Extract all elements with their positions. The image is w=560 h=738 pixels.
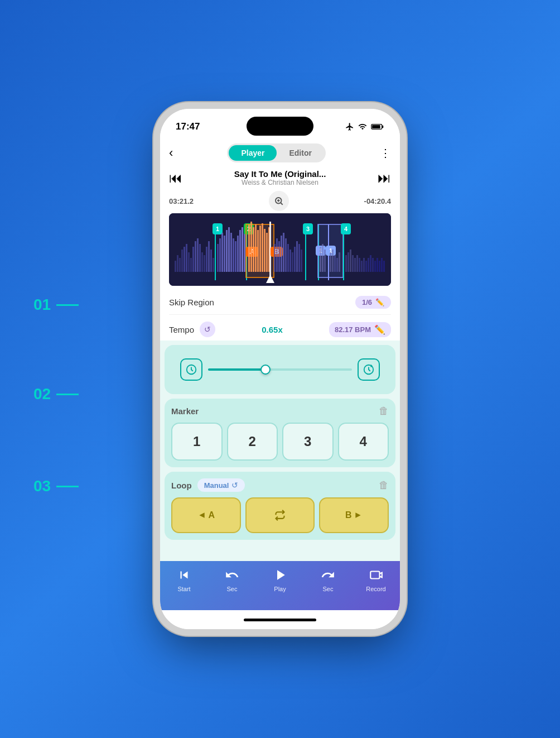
svg-rect-69 xyxy=(289,250,291,272)
start-icon-svg xyxy=(177,568,191,582)
svg-rect-109 xyxy=(374,261,376,272)
play-tab[interactable]: Play xyxy=(256,567,304,592)
back-button[interactable]: ‹ xyxy=(169,146,173,160)
tempo-label: Tempo xyxy=(169,325,194,334)
svg-rect-38 xyxy=(237,236,239,272)
next-track-button[interactable]: ⏭ xyxy=(378,170,391,186)
svg-text:1: 1 xyxy=(216,226,219,232)
svg-rect-19 xyxy=(199,244,201,272)
prev-track-button[interactable]: ⏮ xyxy=(169,170,182,186)
zoom-icon xyxy=(274,196,284,206)
waveform-svg: 1 xyxy=(169,213,391,286)
marker-button-3[interactable]: 3 xyxy=(282,423,334,461)
waveform-section: 03:21.2 -04:20.4 xyxy=(160,191,400,290)
svg-rect-62 xyxy=(274,244,276,272)
scroll-bottom-padding xyxy=(160,544,400,551)
svg-rect-20 xyxy=(201,252,203,272)
svg-rect-8 xyxy=(175,261,176,272)
clock-right-icon xyxy=(363,363,375,376)
record-icon-svg xyxy=(369,568,383,582)
app-content: ‹ Player Editor ⋮ ⏮ Say It To Me (Origin… xyxy=(160,139,400,629)
start-tab[interactable]: Start xyxy=(160,567,208,592)
home-indicator xyxy=(160,610,400,629)
bottom-bar: Start Sec Play xyxy=(160,561,400,610)
svg-rect-21 xyxy=(204,255,205,272)
loop-mode-icon: ↺ xyxy=(231,481,238,490)
svg-rect-71 xyxy=(294,247,296,272)
loop-grid: A B xyxy=(171,497,389,533)
tempo-slider-thumb[interactable] xyxy=(260,365,271,375)
svg-rect-9 xyxy=(177,255,178,272)
time-current: 03:21.2 xyxy=(169,197,194,205)
skip-region-badge[interactable]: 1/6 ✏️ xyxy=(355,296,391,309)
svg-rect-11 xyxy=(181,250,183,272)
tab-editor[interactable]: Editor xyxy=(277,145,324,161)
tempo-slider-right-icon xyxy=(358,358,380,381)
start-icon xyxy=(176,567,192,583)
scroll-area[interactable]: Marker 🗑 1 2 3 4 Loop Manual xyxy=(160,341,400,561)
svg-rect-54 xyxy=(262,223,263,272)
skip-region-edit-icon: ✏️ xyxy=(375,298,384,306)
side-label-01: 01 xyxy=(33,296,79,314)
svg-rect-50 xyxy=(253,227,254,272)
fwd-sec-icon-svg xyxy=(321,568,335,582)
svg-rect-99 xyxy=(352,255,354,272)
fwd-sec-tab[interactable]: Sec xyxy=(304,567,352,592)
play-icon-svg xyxy=(272,567,288,583)
loop-a-button[interactable]: A xyxy=(171,497,241,533)
tempo-history-button[interactable]: ↺ xyxy=(200,322,215,337)
svg-rect-1 xyxy=(372,125,380,128)
home-bar xyxy=(244,619,316,621)
record-label: Record xyxy=(366,586,385,592)
bpm-value: 82.17 BPM xyxy=(335,325,371,334)
svg-rect-14 xyxy=(188,252,190,272)
track-info: ⏮ Say It To Me (Original... Weiss & Chri… xyxy=(160,167,400,191)
svg-line-4 xyxy=(281,203,282,204)
svg-rect-25 xyxy=(213,258,214,272)
svg-rect-86 xyxy=(322,244,324,272)
svg-rect-32 xyxy=(224,236,225,272)
battery-icon xyxy=(371,123,384,131)
fwd-sec-icon xyxy=(320,567,336,583)
marker-button-2[interactable]: 2 xyxy=(227,423,278,461)
svg-rect-55 xyxy=(264,229,265,272)
marker-button-4[interactable]: 4 xyxy=(338,423,389,461)
loop-title: Loop xyxy=(171,481,192,490)
loop-b-label: B xyxy=(345,510,352,520)
tempo-slider-inner xyxy=(171,352,389,387)
skip-region-label: Skip Region xyxy=(169,298,214,307)
loop-toggle-button[interactable] xyxy=(245,497,315,533)
tab-player[interactable]: Player xyxy=(229,145,277,161)
svg-rect-30 xyxy=(219,238,221,272)
loop-a-label: A xyxy=(209,510,215,520)
svg-rect-110 xyxy=(376,258,378,272)
loop-mode-badge[interactable]: Manual ↺ xyxy=(197,478,245,492)
marker-button-1[interactable]: 1 xyxy=(171,423,223,461)
zoom-button[interactable] xyxy=(269,191,289,211)
tempo-slider-left-icon xyxy=(180,358,202,381)
bpm-badge[interactable]: 82.17 BPM ✏️ xyxy=(329,322,391,337)
loop-section-card: Loop Manual ↺ 🗑 A xyxy=(165,472,395,540)
svg-rect-90 xyxy=(334,255,336,272)
loop-b-button[interactable]: B xyxy=(319,497,389,533)
svg-rect-104 xyxy=(363,258,365,272)
record-icon xyxy=(368,567,384,583)
more-button[interactable]: ⋮ xyxy=(380,146,391,160)
back-sec-label: Sec xyxy=(227,586,238,592)
svg-rect-17 xyxy=(195,241,196,272)
loop-delete-button[interactable]: 🗑 xyxy=(379,480,389,491)
back-sec-tab[interactable]: Sec xyxy=(208,567,256,592)
tempo-slider-track[interactable] xyxy=(208,368,352,371)
side-label-03: 03 xyxy=(33,477,79,495)
track-details: Say It To Me (Original... Weiss & Christ… xyxy=(182,169,378,186)
svg-rect-34 xyxy=(228,227,230,272)
skip-region-value: 1/6 xyxy=(362,298,372,306)
waveform-container[interactable]: 1 xyxy=(169,213,391,286)
fwd-sec-label: Sec xyxy=(323,586,334,592)
svg-rect-24 xyxy=(210,250,212,272)
record-tab[interactable]: Record xyxy=(352,567,400,592)
start-label: Start xyxy=(177,586,190,592)
marker-delete-button[interactable]: 🗑 xyxy=(379,405,389,417)
svg-rect-101 xyxy=(356,255,358,272)
svg-rect-10 xyxy=(179,258,181,272)
